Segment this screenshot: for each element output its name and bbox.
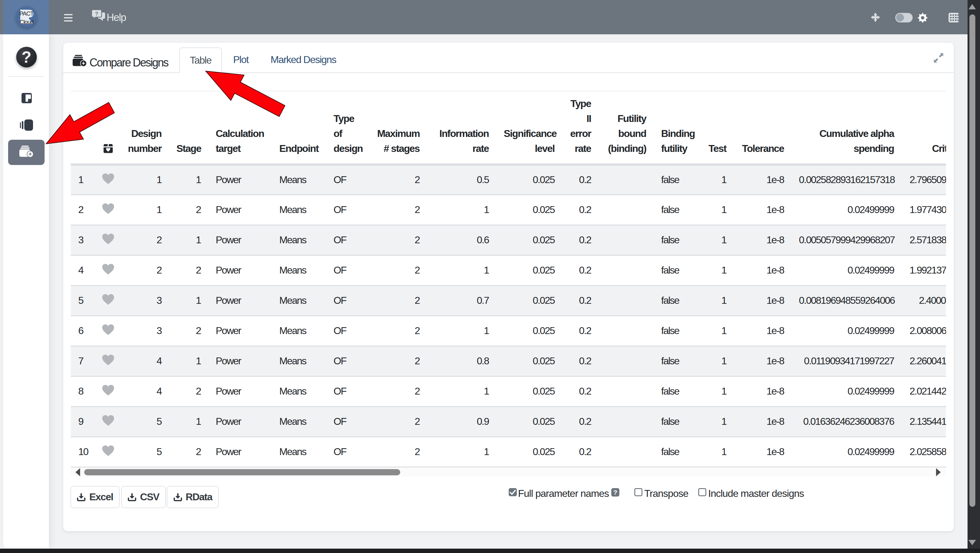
svg-text:PACT: PACT bbox=[19, 10, 34, 17]
svg-text:?: ? bbox=[95, 11, 98, 17]
svg-text:Cloud: Cloud bbox=[20, 19, 33, 25]
